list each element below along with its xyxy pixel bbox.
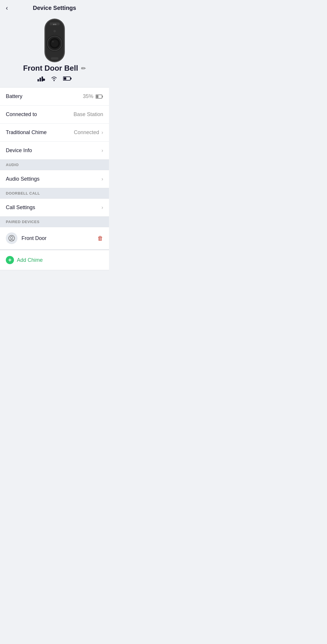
paired-device-row: Front Door 🗑 [0, 227, 109, 250]
traditional-chime-row[interactable]: Traditional Chime Connected › [0, 124, 109, 142]
device-info-row[interactable]: Device Info › [0, 142, 109, 159]
battery-icon [96, 95, 103, 99]
page-header: ‹ Device Settings [0, 0, 109, 14]
doorbell-call-section-header: DOORBELL CALL [0, 188, 109, 198]
audio-settings-label: Audio Settings [6, 176, 40, 182]
chime-status: Connected [74, 129, 99, 136]
connected-to-station: Base Station [74, 111, 103, 118]
battery-row: Battery 35% [0, 88, 109, 106]
paired-devices-section: PAIRED DEVICES Front Door 🗑 [0, 217, 109, 250]
connected-to-row: Connected to Base Station [0, 106, 109, 124]
audio-settings-chevron: › [101, 176, 103, 182]
svg-point-14 [43, 79, 45, 81]
audio-settings-section: Audio Settings › [0, 170, 109, 188]
add-chime-section: + Add Chime [0, 250, 109, 270]
svg-rect-19 [64, 77, 66, 80]
device-name: Front Door Bell [23, 64, 78, 73]
traditional-chime-label: Traditional Chime [6, 129, 47, 136]
svg-point-24 [10, 236, 13, 239]
device-hero: arlo Front Door Bell ✏ [0, 14, 109, 87]
chevron-icon: › [101, 129, 103, 136]
page-title: Device Settings [33, 5, 76, 11]
paired-device-icon [6, 232, 17, 244]
svg-rect-21 [102, 96, 103, 97]
svg-text:arlo: arlo [53, 23, 56, 25]
edit-name-button[interactable]: ✏ [81, 65, 86, 72]
status-icons-row [37, 76, 72, 81]
doorbell-call-section: DOORBELL CALL Call Settings › [0, 188, 109, 217]
battery-percentage: 35% [83, 93, 93, 99]
svg-rect-12 [40, 78, 41, 81]
wifi-status-icon [50, 76, 58, 81]
paired-device-left: Front Door [6, 232, 47, 244]
add-chime-label: Add Chime [17, 257, 43, 263]
add-chime-row[interactable]: + Add Chime [0, 250, 109, 270]
device-name-row: Front Door Bell ✏ [23, 64, 86, 73]
svg-point-8 [52, 41, 54, 42]
signal-status-icon [37, 76, 45, 81]
back-button[interactable]: ‹ [6, 4, 8, 12]
audio-section: AUDIO Audio Settings › [0, 160, 109, 188]
svg-rect-11 [37, 79, 39, 81]
call-settings-section: Call Settings › [0, 198, 109, 217]
call-settings-label: Call Settings [6, 204, 35, 211]
chevron-icon: › [101, 204, 103, 211]
svg-rect-22 [96, 95, 99, 98]
battery-status-icon [63, 76, 72, 81]
device-info-label: Device Info [6, 147, 32, 154]
connected-to-label: Connected to [6, 111, 37, 118]
device-info-value: › [101, 147, 103, 154]
svg-point-9 [53, 30, 56, 32]
chevron-icon: › [101, 147, 103, 154]
doorbell-image: arlo [42, 17, 68, 64]
paired-device-name: Front Door [22, 235, 47, 241]
add-chime-icon: + [6, 256, 14, 264]
chime-device-icon [8, 235, 15, 241]
delete-paired-device-button[interactable]: 🗑 [97, 235, 103, 242]
connected-to-value: Base Station [74, 111, 103, 118]
call-settings-row[interactable]: Call Settings › [0, 199, 109, 216]
chevron-icon: › [101, 176, 103, 182]
svg-point-7 [51, 40, 58, 47]
battery-value: 35% [83, 93, 103, 99]
battery-label: Battery [6, 93, 22, 99]
svg-rect-18 [70, 78, 72, 79]
traditional-chime-value: Connected › [74, 129, 103, 136]
paired-devices-list: Front Door 🗑 [0, 227, 109, 250]
svg-rect-10 [51, 57, 58, 60]
svg-rect-13 [42, 77, 43, 81]
device-settings-section: Battery 35% Connected to Base Station Tr… [0, 87, 109, 160]
audio-section-header: AUDIO [0, 160, 109, 170]
paired-devices-header: PAIRED DEVICES [0, 217, 109, 227]
svg-point-16 [53, 80, 55, 81]
audio-settings-row[interactable]: Audio Settings › [0, 170, 109, 188]
call-settings-chevron: › [101, 204, 103, 211]
